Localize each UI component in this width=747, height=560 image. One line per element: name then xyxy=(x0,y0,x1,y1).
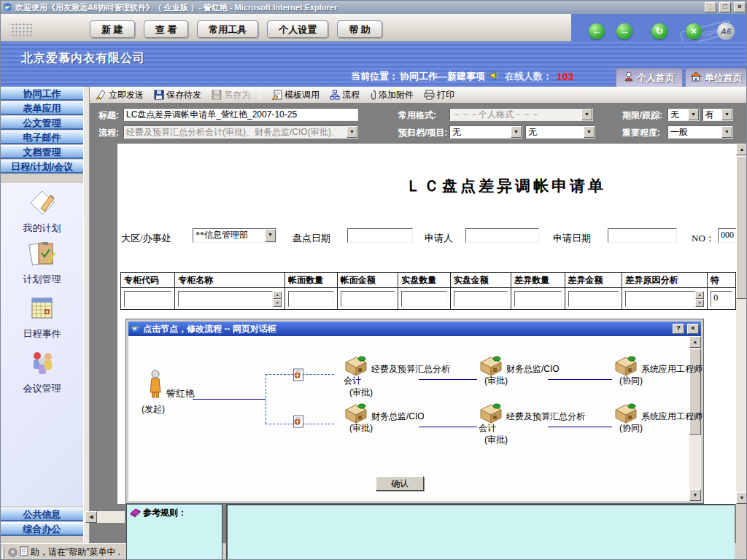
dialog-titlebar[interactable]: e 点击节点，修改流程 -- 网页对话框 ? × xyxy=(128,322,701,336)
reference-content-panel[interactable] xyxy=(226,504,735,560)
help-icon[interactable]: ? xyxy=(673,324,684,334)
speaker-icon[interactable] xyxy=(489,71,500,82)
menu-button-2[interactable]: 查 看 xyxy=(144,20,189,38)
cell-input[interactable] xyxy=(454,291,508,307)
statusbar-grip xyxy=(2,547,4,559)
flow-combo[interactable]: 经费及预算汇总分析会计(审批)、财务总监/CIO(审批)、▼ xyxy=(123,125,358,139)
flow-node-1-3[interactable]: 系统应用工程师(协同) xyxy=(614,363,723,386)
menu-button-5[interactable]: 帮 助 xyxy=(337,20,382,38)
spinner-up-icon[interactable]: ▲ xyxy=(273,291,282,299)
sidebar-item-5[interactable]: 文档管理 xyxy=(1,145,83,159)
spinner[interactable]: ▲▼ xyxy=(273,291,282,307)
flow-node-2-3[interactable]: 系统应用工程师(协同) xyxy=(614,411,723,434)
close-icon[interactable]: × xyxy=(734,2,746,12)
close-icon[interactable]: × xyxy=(687,324,699,334)
refresh-icon[interactable]: ↻ xyxy=(651,23,667,39)
toolbar-flowchart-button[interactable]: 流程 xyxy=(330,89,360,101)
menu-button-4[interactable]: 个人设置 xyxy=(267,20,328,38)
chevron-down-icon[interactable]: ▼ xyxy=(688,109,699,120)
unit-home-tab[interactable]: 单位首页 xyxy=(685,68,747,87)
chevron-down-icon[interactable]: ▼ xyxy=(721,109,732,120)
flow-branch-line xyxy=(266,374,266,424)
close-icon[interactable]: × xyxy=(686,23,702,39)
sidebar-item-3[interactable]: 公文管理 xyxy=(1,116,83,130)
sidebar-bottom-item-1[interactable]: 公共信息 xyxy=(1,508,83,521)
flow-node-1-1[interactable]: 经费及预算汇总分析会计(审批) xyxy=(344,363,453,398)
flow-node-2-1[interactable]: 财务总监/CIO(审批) xyxy=(344,411,453,434)
scrollbar-thumb[interactable] xyxy=(736,156,747,299)
cell-input[interactable] xyxy=(178,291,273,307)
toolbar-printer-button[interactable]: 打印 xyxy=(424,89,454,101)
region-combo[interactable]: **信息管理部▼ xyxy=(193,228,276,243)
no-label: NO： xyxy=(692,232,715,245)
confirm-button[interactable]: 确认 xyxy=(376,476,424,491)
chevron-down-icon[interactable]: ▼ xyxy=(347,126,357,138)
column-header-5: 实盘数量 xyxy=(398,273,450,288)
toolbar-send-button[interactable]: 立即发送 xyxy=(96,89,144,101)
sidebar-item-6[interactable]: 日程/计划/会议 xyxy=(1,160,83,174)
chevron-down-icon[interactable]: ▼ xyxy=(584,126,595,138)
toolbar-button-label: 另存为 xyxy=(224,89,250,101)
reference-label: 参考规则： xyxy=(143,507,187,519)
flow-node-2-2[interactable]: 经费及预算汇总分析会计(审批) xyxy=(479,411,588,446)
spinner[interactable]: ▲▼ xyxy=(695,291,704,307)
cell-input[interactable] xyxy=(401,291,446,307)
back-icon[interactable]: ← xyxy=(589,23,605,39)
sidebar-item-4[interactable]: 电子邮件 xyxy=(1,131,83,144)
sidebar-item-2[interactable]: 表单应用 xyxy=(1,101,83,115)
stop-icon[interactable]: × xyxy=(8,548,18,557)
archive-combo-1[interactable]: 无▼ xyxy=(449,125,522,139)
sidebar-shortcut-1[interactable]: 我的计划 xyxy=(1,187,83,235)
scroll-down-icon[interactable]: ▼ xyxy=(689,489,701,501)
title-input[interactable]: LC盘点差异调帐申请单_訾红艳_2007-10-25 xyxy=(123,108,358,121)
cell-input[interactable] xyxy=(514,291,561,307)
menu-button-3[interactable]: 常用工具 xyxy=(197,20,258,38)
no-input[interactable]: 000 xyxy=(718,228,736,243)
cell-input[interactable] xyxy=(568,291,619,307)
chevron-down-icon[interactable]: ▼ xyxy=(721,126,732,138)
archive-combo-2[interactable]: 无▼ xyxy=(525,125,595,139)
applicant-input[interactable] xyxy=(465,228,539,243)
inventory-date-input[interactable] xyxy=(347,228,413,243)
frame-splitter[interactable] xyxy=(83,87,90,560)
cell-input[interactable] xyxy=(124,291,171,307)
apply-date-input[interactable] xyxy=(608,228,677,243)
cell-input[interactable] xyxy=(625,291,695,307)
personal-home-tab[interactable]: 个人首页 xyxy=(616,68,683,87)
toolbar-template-button[interactable]: 模板调用 xyxy=(271,89,320,101)
spinner-down-icon[interactable]: ▼ xyxy=(695,299,704,307)
scroll-left-icon[interactable]: ◀ xyxy=(85,511,97,523)
sidebar-shortcut-2[interactable]: 计划管理 xyxy=(1,238,83,286)
sidebar-shortcut-3[interactable]: 日程事件 xyxy=(1,293,83,341)
chevron-down-icon[interactable]: ▼ xyxy=(511,126,522,138)
spinner-up-icon[interactable]: ▲ xyxy=(695,291,704,299)
forward-icon[interactable]: → xyxy=(616,23,632,39)
sidebar-item-1[interactable]: 协同工作 xyxy=(1,87,83,101)
deadline-combo1-value: 无 xyxy=(668,109,688,120)
maximize-icon[interactable]: □ xyxy=(719,2,731,12)
format-combo[interactable]: －－－个人格式－－－▼ xyxy=(449,108,593,121)
region-combo-value: **信息管理部 xyxy=(193,229,265,242)
flow-node-1-2[interactable]: 财务总监/CIO(审批) xyxy=(479,363,588,386)
scroll-up-icon[interactable]: ▲ xyxy=(736,144,747,155)
sidebar-shortcut-4[interactable]: 会议管理 xyxy=(1,348,83,395)
deadline-combo-1[interactable]: 无▼ xyxy=(667,108,700,121)
cell-input[interactable] xyxy=(288,291,333,307)
start-node-name[interactable]: 訾红艳 xyxy=(166,387,195,400)
menu-button-1[interactable]: 新 建 xyxy=(90,20,135,38)
toolbar-save-button[interactable]: 保存待发 xyxy=(154,89,201,101)
chevron-down-icon[interactable]: ▼ xyxy=(581,109,592,120)
scroll-up-icon[interactable]: ▲ xyxy=(689,336,701,348)
spinner-down-icon[interactable]: ▼ xyxy=(273,299,282,307)
scroll-down-icon[interactable]: ▼ xyxy=(736,492,747,504)
sidebar-bottom-item-2[interactable]: 综合办公 xyxy=(1,522,83,536)
importance-combo[interactable]: 一般▼ xyxy=(667,125,733,139)
cell-input[interactable] xyxy=(341,291,395,307)
minimize-icon[interactable]: _ xyxy=(705,2,716,12)
toolbar-attachment-button[interactable]: 添加附件 xyxy=(370,89,414,101)
deadline-combo-2[interactable]: 有▼ xyxy=(703,108,733,121)
cell-input[interactable]: 0 xyxy=(711,291,732,307)
chevron-down-icon[interactable]: ▼ xyxy=(265,229,276,242)
desk-icon xyxy=(479,402,503,425)
applicant-label: 申请人 xyxy=(425,232,453,245)
